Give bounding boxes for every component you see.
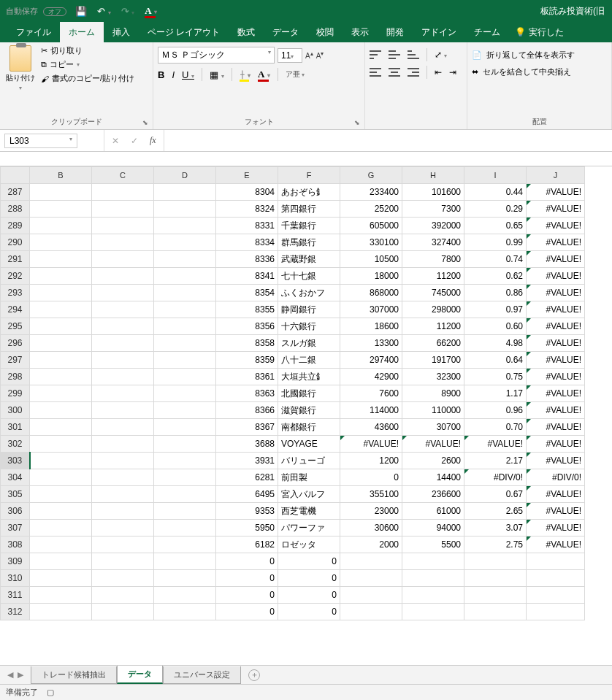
cell-D290[interactable] (154, 234, 216, 251)
cell-B311[interactable] (30, 587, 92, 604)
row-header-300[interactable]: 300 (1, 402, 30, 419)
cell-J311[interactable] (527, 587, 585, 604)
font-dialog-launcher[interactable]: ⬊ (354, 119, 360, 126)
cell-I298[interactable]: 0.75 (464, 369, 527, 385)
cell-G287[interactable]: 233400 (340, 184, 402, 201)
cell-H287[interactable]: 101600 (402, 184, 464, 201)
cell-I308[interactable]: 2.75 (464, 536, 527, 553)
cell-I309[interactable] (464, 553, 527, 570)
cell-J296[interactable]: #VALUE! (527, 335, 585, 352)
cell-E292[interactable]: 8341 (216, 268, 278, 285)
cell-J304[interactable]: #DIV/0! (527, 469, 585, 486)
cell-H310[interactable] (402, 570, 464, 587)
cell-C302[interactable] (92, 436, 154, 453)
cell-B310[interactable] (30, 570, 92, 587)
cell-G303[interactable]: 1200 (340, 453, 402, 469)
cell-C292[interactable] (92, 268, 154, 285)
cell-C305[interactable] (92, 486, 154, 503)
cell-I305[interactable]: 0.67 (464, 486, 527, 503)
cell-I293[interactable]: 0.86 (464, 285, 527, 301)
tab-view[interactable]: 表示 (343, 22, 378, 43)
cell-I304[interactable]: #DIV/0! (464, 469, 527, 486)
cell-F288[interactable]: 第四銀行 (278, 201, 340, 218)
cell-H307[interactable]: 94000 (402, 520, 464, 536)
cell-C307[interactable] (92, 520, 154, 536)
cell-F308[interactable]: ロゼッタ (278, 536, 340, 553)
align-middle-button[interactable] (389, 50, 400, 59)
cell-B298[interactable] (30, 369, 92, 385)
cell-D288[interactable] (154, 201, 216, 218)
cell-C288[interactable] (92, 201, 154, 218)
row-header-312[interactable]: 312 (1, 604, 30, 620)
cell-G306[interactable]: 23000 (340, 503, 402, 520)
cell-H311[interactable] (402, 587, 464, 604)
paste-button[interactable]: 貼り付け ▾ (4, 45, 37, 91)
cell-G307[interactable]: 30600 (340, 520, 402, 536)
cell-B302[interactable] (30, 436, 92, 453)
cell-D294[interactable] (154, 301, 216, 318)
cell-G290[interactable]: 330100 (340, 234, 402, 251)
cell-J306[interactable]: #VALUE! (527, 503, 585, 520)
cell-E301[interactable]: 8367 (216, 419, 278, 436)
tab-home[interactable]: ホーム (60, 22, 104, 43)
row-header-290[interactable]: 290 (1, 234, 30, 251)
cell-H309[interactable] (402, 553, 464, 570)
merge-center-button[interactable]: ⬌セルを結合して中央揃え (472, 66, 571, 77)
cell-H291[interactable]: 7800 (402, 251, 464, 268)
cell-D292[interactable] (154, 268, 216, 285)
grow-font-button[interactable]: A▴ (305, 50, 313, 60)
cell-E311[interactable]: 0 (216, 587, 278, 604)
sheet-tab-universe[interactable]: ユニバース設定 (163, 666, 241, 684)
macro-record-icon[interactable]: ▢ (47, 688, 54, 697)
cell-E312[interactable]: 0 (216, 604, 278, 620)
underline-button[interactable]: U ▾ (182, 69, 194, 80)
cell-B300[interactable] (30, 402, 92, 419)
cell-F296[interactable]: スルガ銀 (278, 335, 340, 352)
align-bottom-button[interactable] (408, 50, 419, 59)
col-header-H[interactable]: H (402, 167, 464, 184)
cell-H289[interactable]: 392000 (402, 218, 464, 234)
spreadsheet-grid[interactable]: BCDEFGHIJ2878304あおぞら釒2334001016000.44#VA… (0, 166, 612, 620)
cell-F290[interactable]: 群馬銀行 (278, 234, 340, 251)
cell-F307[interactable]: パワーファ (278, 520, 340, 536)
cell-D311[interactable] (154, 587, 216, 604)
cell-C312[interactable] (92, 604, 154, 620)
cell-C309[interactable] (92, 553, 154, 570)
row-header-289[interactable]: 289 (1, 218, 30, 234)
cell-I295[interactable]: 0.60 (464, 318, 527, 335)
cell-B289[interactable] (30, 218, 92, 234)
row-header-299[interactable]: 299 (1, 385, 30, 402)
cell-C304[interactable] (92, 469, 154, 486)
cell-I299[interactable]: 1.17 (464, 385, 527, 402)
row-header-287[interactable]: 287 (1, 184, 30, 201)
row-header-291[interactable]: 291 (1, 251, 30, 268)
col-header-D[interactable]: D (154, 167, 216, 184)
row-header-294[interactable]: 294 (1, 301, 30, 318)
cell-G295[interactable]: 18600 (340, 318, 402, 335)
row-header-298[interactable]: 298 (1, 369, 30, 385)
cell-B306[interactable] (30, 503, 92, 520)
align-center-button[interactable] (389, 68, 400, 77)
cell-D289[interactable] (154, 218, 216, 234)
clipboard-dialog-launcher[interactable]: ⬊ (142, 119, 148, 126)
cell-D295[interactable] (154, 318, 216, 335)
cell-D309[interactable] (154, 553, 216, 570)
row-header-288[interactable]: 288 (1, 201, 30, 218)
fx-icon[interactable]: fx (150, 135, 156, 146)
cell-F291[interactable]: 武蔵野銀 (278, 251, 340, 268)
cell-D300[interactable] (154, 402, 216, 419)
cell-I303[interactable]: 2.17 (464, 453, 527, 469)
cell-E293[interactable]: 8354 (216, 285, 278, 301)
cell-E300[interactable]: 8366 (216, 402, 278, 419)
increase-indent-button[interactable]: ⇥ (449, 67, 456, 77)
borders-button[interactable]: ▦ ▾ (210, 69, 224, 80)
cell-F289[interactable]: 千葉銀行 (278, 218, 340, 234)
cell-B303[interactable] (30, 453, 92, 469)
cell-D299[interactable] (154, 385, 216, 402)
cell-G301[interactable]: 43600 (340, 419, 402, 436)
cell-F311[interactable]: 0 (278, 587, 340, 604)
cell-E303[interactable]: 3931 (216, 453, 278, 469)
select-all-cell[interactable] (1, 167, 30, 184)
col-header-J[interactable]: J (527, 167, 585, 184)
cell-G311[interactable] (340, 587, 402, 604)
